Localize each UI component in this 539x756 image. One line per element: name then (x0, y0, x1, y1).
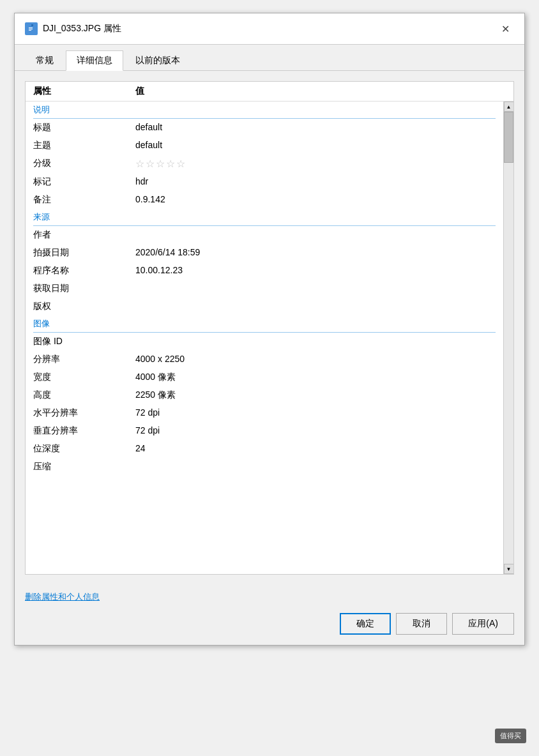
prop-resolution-name: 分辨率 (33, 354, 135, 365)
dialog-buttons: 确定 取消 应用(A) (15, 607, 524, 645)
prop-image-id-name: 图像 ID (33, 336, 135, 347)
close-button[interactable]: ✕ (496, 20, 514, 38)
prop-height-value: 2250 像素 (135, 389, 496, 401)
row-date-taken: 拍摄日期 2020/6/14 18:59 (26, 244, 503, 262)
row-copyright: 版权 (26, 298, 503, 315)
prop-comment-value: 0.9.142 (135, 194, 496, 206)
row-rating: 分级 ☆☆☆☆☆ (26, 155, 503, 173)
row-height: 高度 2250 像素 (26, 386, 503, 404)
row-v-dpi: 垂直分辨率 72 dpi (26, 422, 503, 440)
prop-height-name: 高度 (33, 389, 135, 401)
svg-rect-2 (29, 27, 33, 28)
ok-button[interactable]: 确定 (340, 613, 391, 635)
row-width: 宽度 4000 像素 (26, 368, 503, 386)
prop-bit-depth-value: 24 (135, 443, 496, 455)
prop-v-dpi-value: 72 dpi (135, 425, 496, 437)
section-image-label: 图像 (33, 318, 50, 329)
delete-properties-link[interactable]: 删除属性和个人信息 (25, 592, 100, 601)
row-image-id: 图像 ID (26, 333, 503, 351)
dialog-body: 属性 值 ▲ ▼ 说明 标题 default (25, 81, 514, 575)
file-icon (25, 22, 38, 35)
row-title: 标题 default (26, 119, 503, 137)
prop-v-dpi-name: 垂直分辨率 (33, 425, 135, 437)
prop-subject-name: 主题 (33, 140, 135, 151)
prop-resolution-value: 4000 x 2250 (135, 354, 496, 365)
row-program-name: 程序名称 10.00.12.23 (26, 262, 503, 280)
prop-title-value: default (135, 122, 496, 133)
prop-date-taken-name: 拍摄日期 (33, 247, 135, 259)
section-description-label: 说明 (33, 104, 50, 116)
watermark: 值得买 (495, 729, 526, 743)
apply-button[interactable]: 应用(A) (452, 613, 514, 635)
window-title: DJI_0353.JPG 属性 (43, 23, 121, 34)
cancel-button[interactable]: 取消 (396, 613, 447, 635)
section-source-label: 来源 (33, 211, 50, 223)
prop-image-id-value (135, 336, 496, 347)
dialog-window: DJI_0353.JPG 属性 ✕ 常规 详细信息 以前的版本 属性 值 ▲ ▼ (14, 13, 525, 646)
svg-rect-1 (31, 24, 33, 26)
title-bar: DJI_0353.JPG 属性 ✕ (15, 13, 524, 45)
prop-rating-stars: ☆☆☆☆☆ (135, 158, 496, 170)
prop-title-name: 标题 (33, 122, 135, 133)
tab-previous-versions[interactable]: 以前的版本 (125, 50, 191, 71)
scrollbar-track (504, 112, 513, 564)
scrollbar-thumb[interactable] (504, 112, 513, 163)
prop-acquire-date-name: 获取日期 (33, 283, 135, 294)
header-value: 值 (135, 86, 506, 97)
tab-general[interactable]: 常规 (25, 50, 65, 71)
svg-rect-4 (29, 30, 31, 31)
table-scroll-area: ▲ ▼ 说明 标题 default 主题 defau (26, 102, 513, 574)
table-header: 属性 值 (26, 82, 513, 102)
section-source-header: 来源 (26, 209, 503, 225)
scrollbar[interactable]: ▲ ▼ (503, 102, 513, 574)
row-comment: 备注 0.9.142 (26, 191, 503, 209)
prop-width-name: 宽度 (33, 372, 135, 383)
prop-subject-value: default (135, 140, 496, 151)
prop-author-value (135, 229, 496, 241)
title-bar-left: DJI_0353.JPG 属性 (25, 22, 121, 35)
prop-program-name-name: 程序名称 (33, 265, 135, 276)
prop-comment-name: 备注 (33, 194, 135, 206)
section-image-header: 图像 (26, 315, 503, 332)
prop-tags-value: hdr (135, 176, 496, 188)
prop-program-name-value: 10.00.12.23 (135, 265, 496, 276)
row-acquire-date: 获取日期 (26, 280, 503, 298)
prop-copyright-value (135, 301, 496, 312)
prop-h-dpi-name: 水平分辨率 (33, 407, 135, 419)
row-bit-depth: 位深度 24 (26, 440, 503, 458)
header-property: 属性 (33, 86, 135, 97)
row-subject: 主题 default (26, 137, 503, 155)
tab-details[interactable]: 详细信息 (66, 50, 123, 71)
prop-rating-name: 分级 (33, 158, 135, 170)
tabs-bar: 常规 详细信息 以前的版本 (15, 45, 524, 71)
row-h-dpi: 水平分辨率 72 dpi (26, 404, 503, 422)
section-description-header: 说明 (26, 102, 503, 118)
section-description-divider (33, 118, 496, 119)
row-author: 作者 (26, 226, 503, 244)
prop-compression-value (135, 461, 496, 472)
table-content: 说明 标题 default 主题 default 分级 ☆☆☆☆☆ 标记 h (26, 102, 513, 476)
scroll-down-arrow[interactable]: ▼ (504, 564, 514, 574)
prop-width-value: 4000 像素 (135, 372, 496, 383)
scroll-up-arrow[interactable]: ▲ (504, 102, 514, 112)
prop-h-dpi-value: 72 dpi (135, 407, 496, 419)
prop-date-taken-value: 2020/6/14 18:59 (135, 247, 496, 259)
prop-acquire-date-value (135, 283, 496, 294)
prop-tags-name: 标记 (33, 176, 135, 188)
section-source-divider (33, 225, 496, 226)
svg-rect-3 (29, 29, 33, 29)
prop-compression-name: 压缩 (33, 461, 135, 472)
prop-bit-depth-name: 位深度 (33, 443, 135, 455)
footer-link-area: 删除属性和个人信息 (15, 585, 524, 607)
section-image-divider (33, 332, 496, 333)
row-resolution: 分辨率 4000 x 2250 (26, 351, 503, 368)
row-tags: 标记 hdr (26, 173, 503, 191)
row-compression: 压缩 (26, 458, 503, 476)
prop-copyright-name: 版权 (33, 301, 135, 312)
prop-author-name: 作者 (33, 229, 135, 241)
